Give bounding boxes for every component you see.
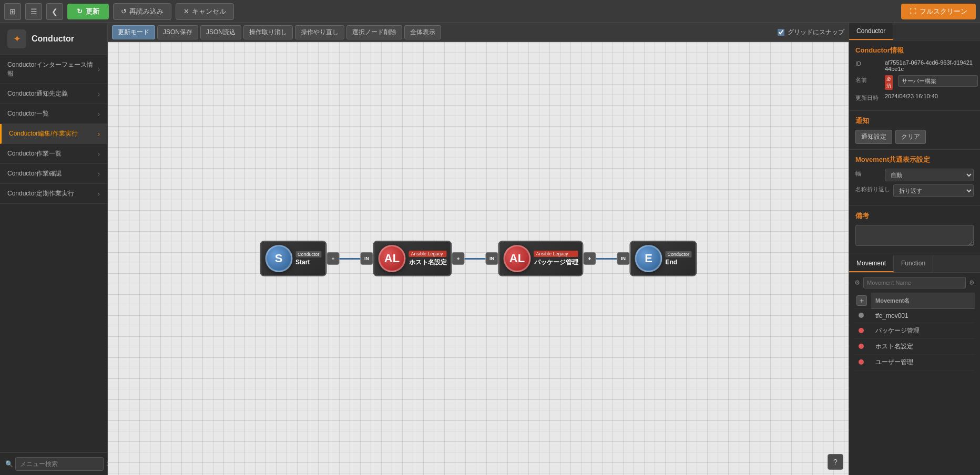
node-type-label: Conductor — [295, 251, 322, 257]
connector-in[interactable]: IN — [486, 252, 498, 265]
movement-name: パッケージ管理 — [871, 323, 975, 339]
movement-dot — [859, 313, 864, 318]
node-icon: AL — [504, 245, 531, 272]
tab-conductor[interactable]: Conductor — [849, 23, 893, 40]
sidebar-item-1[interactable]: Conductor通知先定義› — [0, 84, 107, 104]
delete-node-button[interactable]: 選択ノード削除 — [346, 25, 402, 39]
node-info: Conductor End — [666, 251, 692, 266]
movement-name: tfe_mov001 — [871, 309, 975, 323]
movement-row[interactable]: パッケージ管理 — [854, 323, 975, 339]
width-select[interactable]: 自動 — [885, 169, 974, 181]
fullscreen-icon: ⛶ — [910, 7, 916, 15]
sidebar-item-3[interactable]: Conductor編集/作業実行› — [0, 124, 107, 144]
movement-filter-input[interactable] — [863, 277, 966, 288]
sidebar-item-4[interactable]: Conductor作業一覧› — [0, 144, 107, 164]
name-input[interactable] — [898, 75, 978, 87]
tab-movement[interactable]: Movement — [849, 255, 894, 272]
redo-button[interactable]: 操作やり直し — [295, 25, 344, 39]
name-wrap-select[interactable]: 折り返す — [893, 184, 974, 197]
movement-dot — [859, 344, 864, 349]
reload-button[interactable]: ↺ 再読み込み — [113, 3, 171, 20]
top-toolbar: ⊞ ☰ ❮ ↻ 更新 ↺ 再読み込み ✕ キャンセル ⛶ フルスクリーン — [0, 0, 980, 23]
sidebar-title: Conductor — [32, 34, 74, 44]
connector-in[interactable]: IN — [361, 252, 373, 265]
name-wrap-field: 名称折り返し 折り返す — [855, 184, 974, 197]
notification-settings-button[interactable]: 通知設定 — [855, 130, 892, 144]
grid-snap-control: グリッドにスナップ — [778, 28, 844, 37]
memo-section: 備考 — [849, 206, 980, 253]
list-view-icon[interactable]: ☰ — [25, 3, 42, 20]
update-mode-button[interactable]: 更新モード — [112, 25, 155, 39]
main-layout: ✦ Conductor Conductorインターフェース情報›Conducto… — [0, 23, 980, 475]
node-icon: S — [265, 245, 292, 272]
movement-filter: ⚙ ⚙ — [854, 277, 975, 288]
connector-in[interactable]: IN — [617, 252, 630, 265]
cancel-label: キャンセル — [192, 7, 226, 16]
grid-snap-checkbox[interactable] — [778, 29, 784, 36]
right-panel: Conductor Conductor情報 ID af7551a7-0676-4… — [849, 23, 980, 475]
movement-col-header[interactable]: Movement名 — [871, 293, 975, 309]
node-name: ホスト名設定 — [409, 258, 447, 267]
node-body[interactable]: AL Ansible Legacy ホスト名設定 — [373, 241, 452, 276]
flow-node-package: IN AL Ansible Legacy パッケージ管理 + — [486, 241, 596, 276]
id-label: ID — [855, 59, 882, 67]
flow-container: S Conductor Start +IN AL Ansible Legacy … — [260, 241, 697, 276]
connector-out[interactable]: + — [584, 252, 596, 265]
fullscreen-button[interactable]: ⛶ フルスクリーン — [901, 4, 976, 19]
node-info: Conductor Start — [295, 251, 322, 266]
movement-row[interactable]: tfe_mov001 — [854, 309, 975, 323]
canvas[interactable]: S Conductor Start +IN AL Ansible Legacy … — [108, 42, 849, 475]
canvas-area: 更新モード JSON保存 JSON読込 操作取り消し 操作やり直し 選択ノード削… — [108, 23, 849, 475]
movement-row[interactable]: ユーザー管理 — [854, 355, 975, 370]
memo-textarea[interactable] — [855, 225, 974, 246]
movement-row[interactable]: ホスト名設定 — [854, 339, 975, 355]
grid-view-icon[interactable]: ⊞ — [4, 3, 21, 20]
update-label: 更新 — [86, 7, 99, 16]
node-name: パッケージ管理 — [534, 258, 578, 267]
name-required-badge: 必須 — [885, 75, 893, 90]
sidebar-item-label: Conductor編集/作業実行 — [9, 129, 78, 138]
node-name: Start — [295, 259, 322, 266]
node-body[interactable]: AL Ansible Legacy パッケージ管理 — [498, 241, 584, 276]
sidebar-item-label: Conductor定期作業実行 — [7, 189, 74, 198]
updated-value: 2024/04/23 16:10:40 — [885, 93, 938, 99]
json-load-button[interactable]: JSON読込 — [200, 25, 241, 39]
chevron-icon: › — [98, 111, 100, 117]
tab-function[interactable]: Function — [894, 255, 933, 272]
json-save-button[interactable]: JSON保存 — [157, 25, 198, 39]
help-button[interactable]: ? — [828, 454, 843, 470]
cancel-button[interactable]: ✕ キャンセル — [176, 3, 234, 20]
connector-out[interactable]: + — [327, 252, 340, 265]
sidebar-logo: ✦ Conductor — [0, 23, 107, 55]
collapse-icon[interactable]: ❮ — [46, 3, 63, 20]
movement-section: ⚙ ⚙ + Movement名 tfe_mov001パッケージ管理ホスト名設定ユ… — [849, 273, 980, 475]
node-info: Ansible Legacy パッケージ管理 — [534, 251, 578, 267]
node-body[interactable]: S Conductor Start — [260, 241, 327, 276]
movement-dot — [859, 359, 864, 365]
node-type-label: Ansible Legacy — [409, 251, 447, 257]
flow-node-end: IN E Conductor End — [617, 241, 697, 276]
sidebar-item-label: Conductorインターフェース情報 — [7, 60, 98, 78]
conductor-info-title: Conductor情報 — [855, 46, 974, 55]
chevron-icon: › — [98, 91, 100, 97]
sidebar-item-0[interactable]: Conductorインターフェース情報› — [0, 55, 107, 84]
sidebar-item-2[interactable]: Conductor一覧› — [0, 104, 107, 124]
chevron-icon: › — [98, 151, 100, 157]
sidebar-item-label: Conductor作業確認 — [7, 169, 62, 178]
settings-icon[interactable]: ⚙ — [969, 279, 975, 286]
search-input[interactable] — [15, 457, 104, 471]
undo-button[interactable]: 操作取り消し — [243, 25, 293, 39]
node-body[interactable]: E Conductor End — [630, 241, 697, 276]
show-all-button[interactable]: 全体表示 — [404, 25, 441, 39]
fullscreen-label: フルスクリーン — [920, 7, 967, 16]
connector-out[interactable]: + — [452, 252, 465, 265]
sidebar-item-label: Conductor通知先定義 — [7, 89, 68, 98]
chevron-icon: › — [98, 131, 100, 137]
node-info: Ansible Legacy ホスト名設定 — [409, 251, 447, 267]
add-movement-button[interactable]: + — [856, 295, 867, 306]
sidebar-item-6[interactable]: Conductor定期作業実行› — [0, 184, 107, 204]
right-panel-tabs: Conductor — [849, 23, 980, 40]
sidebar-item-5[interactable]: Conductor作業確認› — [0, 164, 107, 184]
update-button[interactable]: ↻ 更新 — [67, 4, 109, 19]
clear-button[interactable]: クリア — [895, 130, 926, 144]
